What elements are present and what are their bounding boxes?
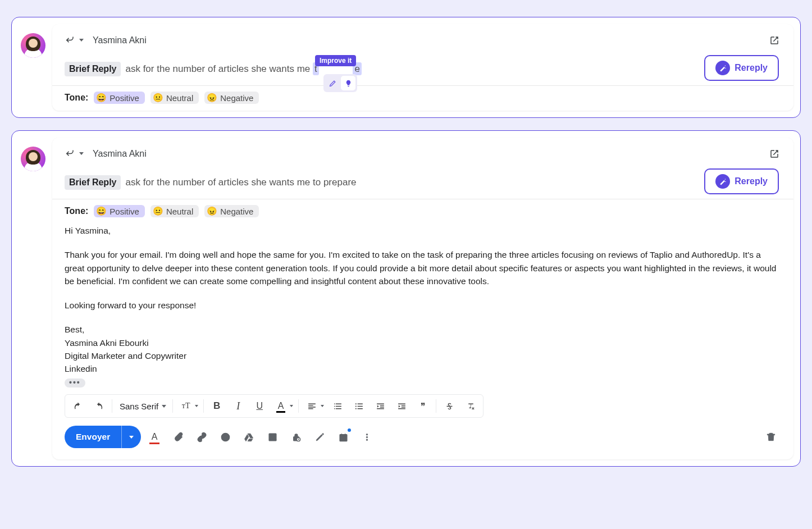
popout-icon[interactable] bbox=[768, 35, 781, 46]
brief-reply-row: Brief Reply ask for the number of articl… bbox=[52, 165, 793, 199]
insert-link-icon[interactable] bbox=[191, 427, 212, 447]
numbered-list-button[interactable] bbox=[327, 396, 348, 416]
reply-card-collapsed: Yasmina Akni Brief Reply ask for the num… bbox=[11, 17, 801, 118]
tone-negative[interactable]: 😠Negative bbox=[204, 92, 259, 104]
quote-button[interactable]: ❞ bbox=[413, 396, 433, 416]
tone-label: Tone: bbox=[65, 206, 88, 216]
neutral-emoji-icon: 😐 bbox=[153, 206, 163, 216]
insert-image-icon[interactable] bbox=[262, 427, 282, 447]
reply-type-icon[interactable] bbox=[65, 34, 75, 46]
positive-emoji-icon: 😄 bbox=[96, 206, 107, 216]
negative-emoji-icon: 😠 bbox=[207, 206, 217, 216]
brief-reply-chip[interactable]: Brief Reply bbox=[65, 62, 121, 76]
sender-avatar bbox=[21, 33, 45, 58]
svg-point-13 bbox=[366, 439, 368, 441]
caret-down-icon bbox=[162, 405, 166, 408]
popout-icon[interactable] bbox=[768, 148, 781, 159]
caret-down-icon[interactable] bbox=[321, 405, 324, 407]
tone-label: Tone: bbox=[65, 93, 88, 103]
caret-down-icon[interactable] bbox=[195, 405, 198, 407]
recipient-name[interactable]: Yasmina Akni bbox=[93, 35, 147, 45]
tone-positive[interactable]: 😄Positive bbox=[94, 205, 145, 217]
svg-rect-10 bbox=[340, 435, 347, 441]
reply-card-expanded: Yasmina Akni Brief Reply ask for the num… bbox=[11, 130, 801, 467]
strikethrough-button[interactable] bbox=[439, 396, 459, 416]
brief-prefix: ask for the number of articles she wants… bbox=[125, 63, 313, 74]
send-row: Envoyer A bbox=[52, 418, 793, 448]
sig-line-2: Yasmina Akni Ebourki bbox=[65, 336, 781, 349]
rereply-button[interactable]: Rereply bbox=[704, 168, 779, 194]
confidential-mode-icon[interactable] bbox=[286, 427, 306, 447]
compose-header: Yasmina Akni bbox=[52, 138, 793, 165]
undo-icon[interactable] bbox=[67, 396, 88, 416]
sender-avatar bbox=[21, 147, 45, 171]
svg-point-11 bbox=[366, 434, 368, 435]
font-size-picker[interactable]: тT bbox=[176, 396, 196, 416]
svg-point-1 bbox=[355, 405, 356, 407]
tone-row: Tone: 😄Positive 😐Neutral 😠Negative bbox=[52, 86, 793, 105]
indent-less-button[interactable] bbox=[370, 396, 390, 416]
reply-type-icon[interactable] bbox=[65, 148, 75, 159]
tone-positive[interactable]: 😄Positive bbox=[94, 92, 145, 104]
discard-draft-icon[interactable] bbox=[761, 427, 781, 447]
brief-reply-chip[interactable]: Brief Reply bbox=[65, 175, 121, 190]
sig-line-4: Linkedin bbox=[65, 362, 781, 375]
tone-negative[interactable]: 😠Negative bbox=[204, 205, 259, 217]
body-greeting: Hi Yasmina, bbox=[65, 224, 781, 237]
caret-down-icon bbox=[129, 436, 134, 439]
body-paragraph-2: Looking forward to your response! bbox=[65, 299, 781, 312]
svg-point-2 bbox=[355, 408, 356, 409]
send-options-button[interactable] bbox=[122, 426, 141, 448]
insert-emoji-icon[interactable] bbox=[215, 427, 235, 447]
align-button[interactable] bbox=[302, 396, 322, 416]
indent-more-button[interactable] bbox=[391, 396, 412, 416]
improve-actions bbox=[323, 74, 357, 92]
svg-point-3 bbox=[221, 433, 229, 441]
italic-button[interactable]: I bbox=[228, 396, 248, 416]
more-options-icon[interactable] bbox=[357, 427, 377, 447]
redo-icon[interactable] bbox=[89, 396, 109, 416]
neutral-emoji-icon: 😐 bbox=[153, 93, 163, 103]
tone-row: Tone: 😄Positive 😐Neutral 😠Negative bbox=[52, 199, 793, 218]
svg-point-4 bbox=[223, 436, 225, 437]
reply-type-dropdown-icon[interactable] bbox=[79, 152, 84, 155]
negative-emoji-icon: 😠 bbox=[207, 93, 217, 103]
recipient-name[interactable]: Yasmina Akni bbox=[93, 149, 147, 159]
edit-pencil-icon[interactable] bbox=[325, 76, 340, 90]
idea-bulb-icon[interactable] bbox=[341, 76, 355, 90]
email-body[interactable]: Hi Yasmina, Thank you for your email. I'… bbox=[52, 218, 793, 375]
positive-emoji-icon: 😄 bbox=[96, 93, 107, 103]
attach-file-icon[interactable] bbox=[168, 427, 188, 447]
text-color-button[interactable]: A bbox=[271, 396, 291, 416]
bulleted-list-button[interactable] bbox=[349, 396, 369, 416]
body-paragraph-1: Thank you for your email. I'm doing well… bbox=[65, 248, 781, 288]
brief-reply-row: Brief Reply ask for the number of articl… bbox=[52, 52, 793, 86]
magic-wand-icon bbox=[715, 61, 730, 75]
insert-signature-icon[interactable] bbox=[309, 427, 330, 447]
rereply-button[interactable]: Rereply bbox=[704, 55, 779, 81]
rereply-label: Rereply bbox=[735, 63, 768, 73]
underline-button[interactable]: U bbox=[249, 396, 270, 416]
text-format-toggle[interactable]: A bbox=[144, 427, 165, 447]
svg-point-12 bbox=[366, 436, 368, 438]
svg-point-0 bbox=[355, 403, 356, 404]
send-button[interactable]: Envoyer bbox=[65, 426, 122, 448]
tone-neutral[interactable]: 😐Neutral bbox=[150, 92, 199, 104]
sig-line-3: Digital Marketer and Copywriter bbox=[65, 349, 781, 362]
reply-type-dropdown-icon[interactable] bbox=[79, 39, 84, 42]
send-split-button: Envoyer bbox=[65, 426, 141, 448]
schedule-send-icon[interactable] bbox=[333, 427, 353, 447]
bold-button[interactable]: B bbox=[207, 396, 227, 416]
font-picker[interactable]: Sans Serif bbox=[115, 402, 170, 411]
formatting-toolbar: Sans Serif тT B I U A ❞ bbox=[65, 394, 483, 418]
compose-header: Yasmina Akni bbox=[52, 24, 793, 52]
notification-dot-icon bbox=[348, 428, 351, 432]
show-trimmed-content[interactable]: ••• bbox=[65, 378, 85, 387]
insert-drive-icon[interactable] bbox=[239, 427, 259, 447]
remove-formatting-button[interactable] bbox=[460, 396, 481, 416]
magic-wand-icon bbox=[715, 174, 730, 189]
brief-reply-text[interactable]: ask for the number of articles she wants… bbox=[125, 177, 356, 188]
improve-it-tooltip: Improve it bbox=[315, 55, 356, 66]
tone-neutral[interactable]: 😐Neutral bbox=[150, 205, 199, 217]
sig-line-1: Best, bbox=[65, 323, 781, 336]
